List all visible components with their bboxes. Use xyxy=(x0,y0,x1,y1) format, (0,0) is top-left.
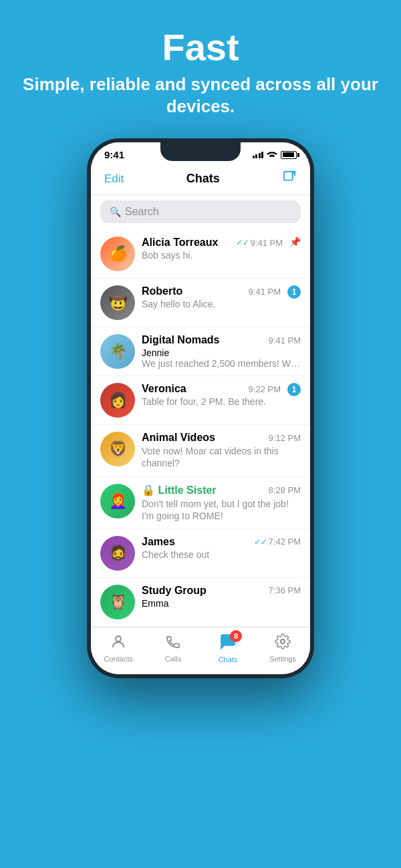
chat-content-digital: Digital Nomads 9:41 PM Jennie We just re… xyxy=(142,334,301,369)
avatar-roberto: 🤠 xyxy=(100,285,135,320)
chat-preview-animal: Vote now! Moar cat videos in this channe… xyxy=(142,445,301,469)
tab-calls[interactable]: Calls xyxy=(146,633,200,663)
chat-content-sister: 🔒 Little Sister 8:28 PM Don't tell mom y… xyxy=(142,484,301,522)
nav-bar: Edit Chats xyxy=(91,164,310,195)
chat-preview-james: Check these out xyxy=(142,549,301,560)
unread-badge-roberto: 1 xyxy=(287,285,301,299)
chat-time-veronica: 9:22 PM xyxy=(249,384,281,394)
chats-icon: 8 xyxy=(219,633,237,654)
tab-chats[interactable]: 8 Chats xyxy=(200,633,255,664)
settings-icon xyxy=(275,633,291,654)
svg-rect-0 xyxy=(284,172,293,180)
tab-settings-label: Settings xyxy=(269,655,296,663)
avatar-alicia: 🍊 xyxy=(100,237,135,271)
chat-item-digital[interactable]: 🌴 Digital Nomads 9:41 PM Jennie We just … xyxy=(91,327,310,376)
chat-name-james: James xyxy=(142,536,175,548)
chat-item-study[interactable]: 🦉 Study Group 7:36 PM Emma xyxy=(91,578,310,627)
chat-time-study: 7:36 PM xyxy=(269,585,301,595)
chat-time-sister: 8:28 PM xyxy=(269,485,301,495)
chat-content-animal: Animal Videos 9:12 PM Vote now! Moar cat… xyxy=(142,432,301,469)
status-icons xyxy=(253,150,297,160)
search-icon: 🔍 xyxy=(110,206,121,217)
chat-item-animal[interactable]: 🦁 Animal Videos 9:12 PM Vote now! Moar c… xyxy=(91,425,310,476)
tab-bar: Contacts Calls 8 Chats xyxy=(91,627,310,674)
pin-icon: 📌 xyxy=(289,237,301,247)
chat-preview-veronica: Table for four, 2 PM. Be there. xyxy=(142,396,281,407)
chat-preview-alicia: Bob says hi. xyxy=(142,250,283,261)
battery-icon xyxy=(281,151,297,159)
avatar-sister: 👩‍🦰 xyxy=(100,484,135,519)
edit-button[interactable]: Edit xyxy=(104,172,124,186)
chat-content-study: Study Group 7:36 PM Emma xyxy=(142,585,301,609)
unread-badge-veronica: 1 xyxy=(287,383,301,396)
double-check-icon: ✓✓ xyxy=(236,238,249,247)
compose-button[interactable] xyxy=(282,170,297,188)
chat-item-veronica[interactable]: 👩 Veronica 9:22 PM Table for four, 2 PM.… xyxy=(91,376,310,425)
avatar-digital: 🌴 xyxy=(100,334,135,369)
hero-title: Fast xyxy=(20,27,381,68)
tab-settings[interactable]: Settings xyxy=(255,633,310,663)
chat-name-animal: Animal Videos xyxy=(142,432,215,444)
chat-sender-study: Emma xyxy=(142,598,301,609)
avatar-animal: 🦁 xyxy=(100,432,135,466)
chat-preview-sister: Don't tell mom yet, but I got the job! I… xyxy=(142,498,301,522)
tab-calls-label: Calls xyxy=(165,655,181,663)
notch xyxy=(160,142,241,161)
search-bar: 🔍 Search xyxy=(91,195,310,230)
svg-point-1 xyxy=(116,636,121,641)
wifi-icon xyxy=(267,150,277,160)
chat-name-veronica: Veronica xyxy=(142,383,186,395)
avatar-study: 🦉 xyxy=(100,585,135,619)
svg-point-2 xyxy=(281,639,285,643)
chat-name-sister: 🔒 Little Sister xyxy=(142,484,217,496)
chat-item-sister[interactable]: 👩‍🦰 🔒 Little Sister 8:28 PM Don't tell m… xyxy=(91,477,310,529)
avatar-veronica: 👩 xyxy=(100,383,135,418)
calls-icon xyxy=(165,633,181,654)
status-bar: 9:41 xyxy=(91,142,310,164)
chat-name-study: Study Group xyxy=(142,585,207,597)
avatar-james: 🧔 xyxy=(100,536,135,571)
phone-mockup: 9:41 Edit Chats xyxy=(87,138,314,678)
chat-preview-roberto: Say hello to Alice. xyxy=(142,299,281,309)
page-title: Chats xyxy=(186,172,220,186)
chat-list: 🍊 Alicia Torreaux ✓✓ 9:41 PM Bob says hi… xyxy=(91,230,310,627)
chat-item-james[interactable]: 🧔 James ✓✓ 7:42 PM Check these out xyxy=(91,529,310,578)
tab-contacts[interactable]: Contacts xyxy=(91,633,146,663)
status-time: 9:41 xyxy=(104,149,124,160)
tab-contacts-label: Contacts xyxy=(104,655,132,663)
chat-content-james: James ✓✓ 7:42 PM Check these out xyxy=(142,536,301,560)
signal-icon xyxy=(253,152,264,158)
phone-screen: 9:41 Edit Chats xyxy=(91,142,310,674)
search-input[interactable]: 🔍 Search xyxy=(100,200,301,223)
chat-content-roberto: Roberto 9:41 PM Say hello to Alice. xyxy=(142,285,281,309)
tab-chats-label: Chats xyxy=(219,656,238,664)
chat-preview-digital: We just reached 2,500 members! WOO! xyxy=(142,358,301,369)
chat-item-alicia[interactable]: 🍊 Alicia Torreaux ✓✓ 9:41 PM Bob says hi… xyxy=(91,230,310,279)
chat-time-digital: 9:41 PM xyxy=(269,335,301,345)
chat-time-animal: 9:12 PM xyxy=(269,433,301,443)
chat-name-roberto: Roberto xyxy=(142,285,182,297)
chat-meta-roberto: 1 xyxy=(287,285,301,299)
chat-time-alicia: ✓✓ 9:41 PM xyxy=(236,238,283,248)
chat-meta-alicia: 📌 xyxy=(289,237,301,247)
chat-sender-digital: Jennie xyxy=(142,347,301,358)
chat-time-roberto: 9:41 PM xyxy=(249,287,281,297)
hero-section: Fast Simple, reliable and synced across … xyxy=(0,0,401,138)
hero-subtitle: Simple, reliable and synced across all y… xyxy=(20,74,381,119)
chat-name-digital: Digital Nomads xyxy=(142,334,219,346)
chats-badge: 8 xyxy=(230,630,242,642)
chat-time-james: ✓✓ 7:42 PM xyxy=(254,537,301,547)
chat-content-alicia: Alicia Torreaux ✓✓ 9:41 PM Bob says hi. xyxy=(142,237,283,261)
chat-content-veronica: Veronica 9:22 PM Table for four, 2 PM. B… xyxy=(142,383,281,407)
search-placeholder: Search xyxy=(125,206,159,218)
chat-item-roberto[interactable]: 🤠 Roberto 9:41 PM Say hello to Alice. 1 xyxy=(91,279,310,327)
chat-meta-veronica: 1 xyxy=(287,383,301,396)
chat-name-alicia: Alicia Torreaux xyxy=(142,237,218,249)
contacts-icon xyxy=(110,633,126,654)
double-check-james-icon: ✓✓ xyxy=(254,537,267,547)
